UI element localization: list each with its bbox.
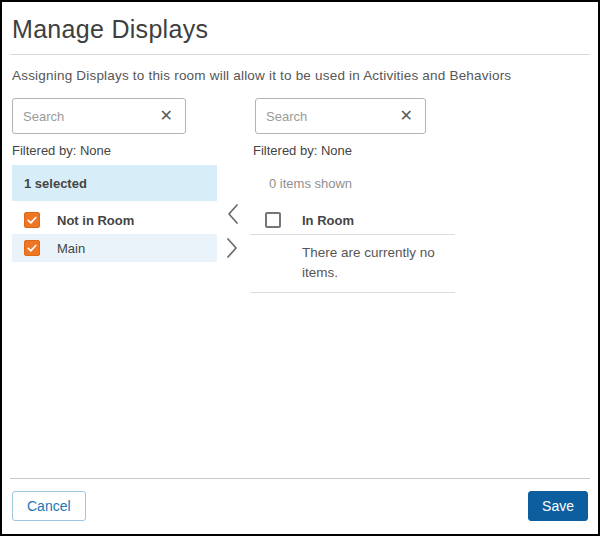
left-item-list: Not in Room Main <box>12 206 217 262</box>
empty-list-message: There are currently no items. <box>250 235 455 292</box>
chevron-right-icon <box>225 237 240 259</box>
item-label: Not in Room <box>57 213 134 228</box>
left-search-clear-icon[interactable]: ✕ <box>160 108 173 124</box>
manage-displays-dialog: Manage Displays Assigning Displays to th… <box>0 0 600 536</box>
title-divider <box>10 54 590 55</box>
checkbox-checked-icon[interactable] <box>24 212 40 228</box>
checkmark-icon <box>26 214 38 226</box>
move-left-button[interactable] <box>223 201 242 227</box>
right-filtered-by-label: Filtered by: None <box>253 143 455 158</box>
items-shown-label: 0 items shown <box>250 165 455 201</box>
transfer-controls <box>217 98 250 293</box>
list-item-main[interactable]: Main <box>12 234 217 262</box>
selected-count-label: 1 selected <box>24 176 87 191</box>
right-search-input[interactable] <box>266 109 400 124</box>
in-room-column-header: In Room <box>302 213 354 228</box>
selected-count-bar: 1 selected <box>12 165 217 201</box>
dialog-title: Manage Displays <box>2 2 598 54</box>
list-item-not-in-room[interactable]: Not in Room <box>12 206 217 234</box>
in-room-bottom-divider <box>250 292 455 293</box>
right-search-clear-icon[interactable]: ✕ <box>400 108 413 124</box>
in-room-panel: ✕ Filtered by: None 0 items shown In Roo… <box>250 98 455 293</box>
item-label: Main <box>57 241 85 256</box>
not-in-room-panel: ✕ Filtered by: None 1 selected Not in Ro… <box>12 98 217 293</box>
move-right-button[interactable] <box>223 235 242 261</box>
left-search-box: ✕ <box>12 98 186 134</box>
checkbox-checked-icon[interactable] <box>24 240 40 256</box>
dialog-footer: Cancel Save <box>10 478 590 534</box>
transfer-panels: ✕ Filtered by: None 1 selected Not in Ro… <box>12 98 598 293</box>
in-room-header-row: In Room <box>250 206 455 234</box>
save-button[interactable]: Save <box>528 491 588 521</box>
checkmark-icon <box>26 242 38 254</box>
left-search-input[interactable] <box>23 109 160 124</box>
left-filtered-by-label: Filtered by: None <box>12 143 217 158</box>
dialog-description: Assigning Displays to this room will all… <box>12 68 588 83</box>
checkbox-unchecked-icon[interactable] <box>265 212 281 228</box>
chevron-left-icon <box>225 203 240 225</box>
cancel-button[interactable]: Cancel <box>12 491 86 521</box>
right-search-box: ✕ <box>255 98 426 134</box>
